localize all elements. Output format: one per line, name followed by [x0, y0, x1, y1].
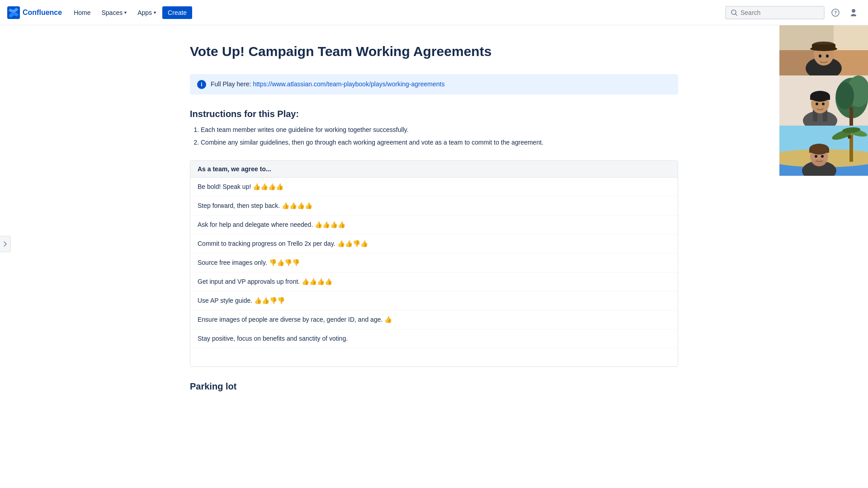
account-button[interactable] — [846, 5, 861, 20]
nav-right: ? — [725, 5, 861, 20]
agreement-row-empty — [190, 348, 678, 366]
agreement-row: Commit to tracking progress on Trello 2x… — [190, 235, 678, 253]
svg-rect-32 — [849, 135, 853, 162]
sidebar-toggle[interactable] — [0, 236, 11, 252]
svg-text:?: ? — [834, 10, 837, 15]
svg-rect-6 — [834, 25, 868, 52]
svg-rect-26 — [810, 96, 830, 100]
chevron-right-icon — [3, 241, 8, 247]
svg-point-41 — [813, 159, 826, 166]
help-icon: ? — [831, 9, 840, 17]
parking-lot-title: Parking lot — [190, 381, 678, 392]
svg-rect-40 — [809, 149, 829, 153]
agreement-row: Stay positive, focus on benefits and san… — [190, 329, 678, 348]
nav-spaces[interactable]: Spaces ▾ — [97, 6, 131, 19]
instructions-section: Instructions for this Play: Each team me… — [190, 109, 678, 148]
confluence-logo-icon — [7, 6, 20, 19]
agreement-row: Step forward, then step back. 👍👍👍👍 — [190, 197, 678, 216]
page-title: Vote Up! Campaign Team Working Agreement… — [190, 43, 678, 60]
account-icon — [849, 9, 858, 17]
confluence-logo[interactable]: Confluence — [7, 6, 62, 19]
top-navigation: Confluence Home Spaces ▾ Apps ▾ Create ? — [0, 0, 868, 25]
svg-point-28 — [822, 103, 825, 105]
video-cell-2 — [779, 75, 868, 126]
main-nav: Home Spaces ▾ Apps ▾ Create — [69, 6, 192, 19]
video-cell-1 — [779, 25, 868, 75]
video-person-3 — [779, 126, 868, 176]
spaces-chevron: ▾ — [124, 10, 127, 15]
search-box[interactable] — [725, 6, 825, 19]
help-button[interactable]: ? — [828, 5, 843, 20]
svg-point-27 — [816, 103, 818, 105]
svg-point-14 — [819, 55, 821, 58]
svg-point-43 — [821, 155, 824, 158]
create-button[interactable]: Create — [162, 6, 192, 19]
video-panel — [779, 25, 868, 176]
video-person-2-svg — [779, 75, 868, 126]
agreement-row: Be bold! Speak up! 👍👍👍👍 — [190, 178, 678, 197]
video-cell-3 — [779, 126, 868, 176]
agreement-row: Use AP style guide. 👍👍👎👎 — [190, 291, 678, 310]
search-input[interactable] — [741, 9, 819, 16]
svg-point-13 — [810, 47, 837, 51]
info-icon: i — [197, 80, 206, 89]
playbook-link[interactable]: https://www.atlassian.com/team-playbook/… — [253, 80, 444, 88]
nav-home[interactable]: Home — [69, 6, 95, 19]
svg-point-15 — [826, 55, 829, 58]
agreement-row: Ask for help and delegate where needed. … — [190, 216, 678, 235]
agreement-row: Ensure images of people are diverse by r… — [190, 310, 678, 329]
instruction-item: Combine any similar guidelines, then go … — [201, 137, 678, 147]
search-icon — [731, 9, 738, 16]
agreement-row: Get input and VP approvals up front. 👍👍👍… — [190, 272, 678, 291]
instructions-title: Instructions for this Play: — [190, 109, 678, 119]
agreements-table: As a team, we agree to... Be bold! Speak… — [190, 160, 678, 367]
instruction-item: Each team member writes one guideline fo… — [201, 125, 678, 135]
svg-point-19 — [836, 82, 854, 109]
confluence-wordmark: Confluence — [23, 9, 62, 17]
nav-apps[interactable]: Apps ▾ — [133, 6, 160, 19]
content-area: Vote Up! Campaign Team Working Agreement… — [154, 25, 714, 428]
video-person-1 — [779, 25, 868, 75]
video-person-2 — [779, 75, 868, 126]
agreement-row: Source free images only. 👎👍👎👎 — [190, 253, 678, 272]
info-text: Full Play here: https://www.atlassian.co… — [211, 80, 444, 89]
video-person-1-svg — [779, 25, 868, 75]
apps-chevron: ▾ — [154, 10, 156, 15]
svg-point-42 — [815, 155, 817, 158]
main-wrapper: Vote Up! Campaign Team Working Agreement… — [0, 25, 868, 428]
svg-rect-20 — [849, 107, 853, 126]
svg-point-36 — [848, 135, 851, 139]
instructions-list: Each team member writes one guideline fo… — [190, 125, 678, 148]
agreements-header: As a team, we agree to... — [190, 161, 678, 178]
video-person-3-svg — [779, 126, 868, 176]
info-banner: i Full Play here: https://www.atlassian.… — [190, 74, 678, 94]
